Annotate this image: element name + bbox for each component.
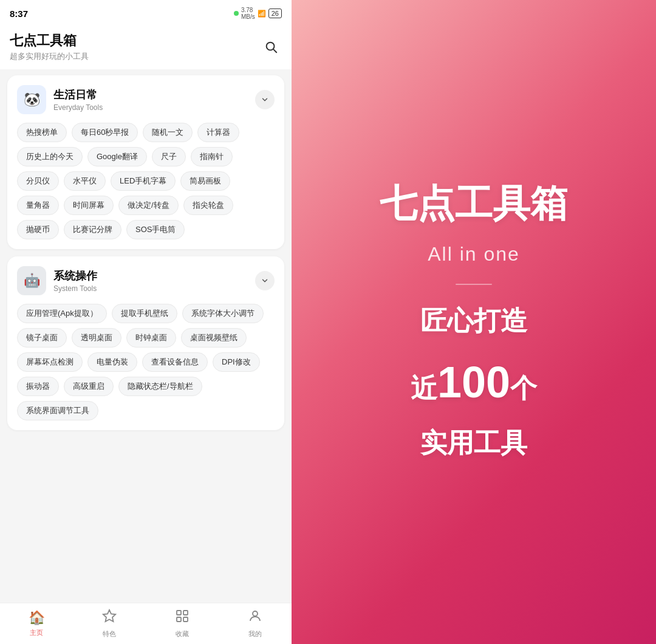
tag-font-size[interactable]: 系统字体大小调节 [182,304,264,323]
section-system-icon: 🤖 [17,266,46,295]
tag-fidget-spinner[interactable]: 指尖轮盘 [183,196,233,215]
tag-sketch[interactable]: 简易画板 [180,171,230,191]
left-panel: 8:37 3.78MB/s 📶 26 七点工具箱 超多实用好玩的小工具 🐼 [0,0,292,644]
tag-wallpaper-extract[interactable]: 提取手机壁纸 [112,304,177,323]
tag-decibel[interactable]: 分贝仪 [17,171,59,191]
section-system-header: 🤖 系统操作 System Tools [17,266,275,295]
nav-collection-icon [175,609,190,627]
promo-line3: 实用工具 [420,425,527,461]
nav-profile-label: 我的 [248,629,262,639]
nav-home[interactable]: 🏠 主页 [0,610,73,637]
promo-line2-suffix: 个 [510,373,537,403]
nav-home-label: 主页 [30,628,43,637]
tag-advanced-reboot[interactable]: 高级重启 [64,377,114,396]
section-everyday-tags: 热搜榜单 每日60秒早报 随机一文 计算器 历史上的今天 Google翻译 尺子… [17,123,275,239]
promo-subtitle: All in one [428,243,520,265]
svg-rect-4 [183,611,188,615]
tag-device-info[interactable]: 查看设备信息 [142,352,208,372]
section-system-tags: 应用管理(Apk提取） 提取手机壁纸 系统字体大小调节 镜子桌面 透明桌面 时钟… [17,304,275,420]
promo-line2-num: 100 [437,358,510,406]
tag-protractor[interactable]: 量角器 [17,196,59,215]
svg-rect-6 [183,617,188,622]
section-system-header-left: 🤖 系统操作 System Tools [17,266,97,295]
svg-line-1 [273,49,276,52]
svg-rect-3 [177,611,181,615]
section-system-chevron[interactable] [255,271,275,290]
tag-ui-tuner[interactable]: 系统界面调节工具 [17,401,98,420]
section-everyday-chevron[interactable] [255,90,275,109]
tag-dead-pixel[interactable]: 屏幕坏点检测 [17,352,83,372]
tag-random-article[interactable]: 随机一文 [143,123,193,142]
svg-marker-2 [103,610,115,622]
tag-dpi-modify[interactable]: DPI修改 [213,352,260,372]
tag-scoreboard[interactable]: 比赛记分牌 [64,220,121,239]
nav-profile[interactable]: 我的 [219,609,292,639]
section-everyday-title-zh: 生活日常 [53,87,103,102]
search-button[interactable] [260,36,282,58]
status-battery: 26 [268,9,282,18]
tag-video-wallpaper[interactable]: 桌面视频壁纸 [181,328,247,348]
right-panel: 七点工具箱 All in one 匠心打造 近100个 实用工具 [292,0,656,644]
promo-main-title: 七点工具箱 [380,183,568,224]
tag-led-marquee[interactable]: LED手机字幕 [111,171,176,191]
tag-transparent-desktop[interactable]: 透明桌面 [72,328,121,348]
nav-featured[interactable]: 特色 [73,609,146,639]
tag-sos-flashlight[interactable]: SOS手电筒 [126,220,185,239]
tag-coin-flip[interactable]: 抛硬币 [17,220,59,239]
nav-home-icon: 🏠 [29,610,45,626]
section-everyday-icon: 🐼 [17,85,46,114]
promo-divider [456,284,492,285]
promo-line2-prefix: 近 [411,373,437,403]
tag-ruler[interactable]: 尺子 [152,147,186,166]
section-everyday-titles: 生活日常 Everyday Tools [53,87,103,112]
tag-decision-wheel[interactable]: 做决定/转盘 [118,196,179,215]
tag-hot-search[interactable]: 热搜榜单 [17,123,67,142]
status-time: 8:37 [10,9,28,19]
section-everyday-header-left: 🐼 生活日常 Everyday Tools [17,85,103,114]
section-system-title-zh: 系统操作 [53,269,97,283]
status-wifi-icon: 📶 [258,10,266,18]
nav-collection[interactable]: 收藏 [146,609,219,639]
status-icons: 3.78MB/s 📶 26 [234,7,282,20]
section-system-title-en: System Tools [53,284,97,293]
status-bar: 8:37 3.78MB/s 📶 26 [0,0,292,27]
tag-history-today[interactable]: 历史上的今天 [17,147,83,166]
tag-time-screen[interactable]: 时间屏幕 [64,196,114,215]
svg-point-7 [253,611,258,616]
status-dot [234,11,239,16]
section-everyday-header: 🐼 生活日常 Everyday Tools [17,85,275,114]
tag-hide-statusbar[interactable]: 隐藏状态栏/导航栏 [118,377,202,396]
app-header: 七点工具箱 超多实用好玩的小工具 [0,27,292,69]
section-system: 🤖 系统操作 System Tools 应用管理(Apk提取） 提取手机壁纸 系… [7,256,284,430]
bottom-nav: 🏠 主页 特色 收藏 [0,603,292,644]
nav-featured-label: 特色 [103,629,116,639]
section-everyday-title-en: Everyday Tools [53,103,103,112]
tag-vibrator[interactable]: 振动器 [17,377,59,396]
tag-mirror-desktop[interactable]: 镜子桌面 [17,328,67,348]
tag-morning-news[interactable]: 每日60秒早报 [72,123,138,142]
tag-google-translate[interactable]: Google翻译 [87,147,147,166]
scroll-content: 🐼 生活日常 Everyday Tools 热搜榜单 每日60秒早报 随机一文 … [0,69,292,603]
nav-profile-icon [248,609,262,627]
promo-line1: 匠心打造 [420,303,527,339]
svg-rect-5 [177,617,181,622]
tag-battery-fake[interactable]: 电量伪装 [87,352,137,372]
app-title: 七点工具箱 [10,32,89,50]
status-network: 3.78MB/s [241,7,255,20]
tag-level[interactable]: 水平仪 [64,171,106,191]
nav-featured-icon [102,609,117,627]
section-system-titles: 系统操作 System Tools [53,269,97,293]
section-everyday: 🐼 生活日常 Everyday Tools 热搜榜单 每日60秒早报 随机一文 … [7,75,284,249]
tag-compass[interactable]: 指南针 [191,147,233,166]
tag-apk-extract[interactable]: 应用管理(Apk提取） [17,304,107,323]
app-subtitle: 超多实用好玩的小工具 [10,51,89,62]
tag-clock-desktop[interactable]: 时钟桌面 [126,328,176,348]
promo-line2: 近100个 [411,357,537,407]
nav-collection-label: 收藏 [176,629,189,639]
header-title-area: 七点工具箱 超多实用好玩的小工具 [10,32,89,62]
tag-calculator[interactable]: 计算器 [197,123,239,142]
